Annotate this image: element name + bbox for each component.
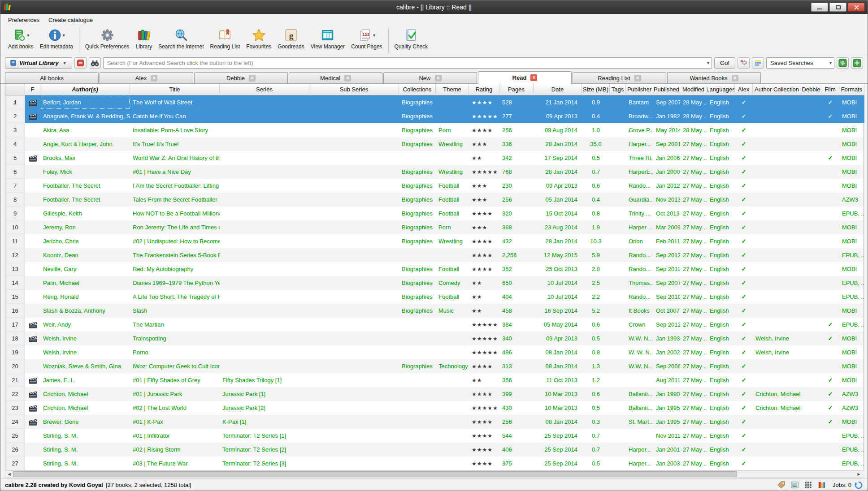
tab-close-icon[interactable]: × bbox=[732, 75, 738, 82]
cell-pages[interactable]: 277 bbox=[499, 109, 534, 123]
cell-languages[interactable]: English bbox=[707, 304, 735, 318]
cell-modified[interactable]: 27 May ... bbox=[680, 276, 707, 290]
cell-rating[interactable]: ★★★★ bbox=[469, 234, 499, 248]
cell-alex[interactable]: ✓ bbox=[735, 457, 753, 470]
cell-published[interactable]: Jan 1982 bbox=[653, 109, 680, 123]
cell-collections[interactable] bbox=[399, 373, 436, 387]
tab-close-icon[interactable]: × bbox=[249, 75, 256, 82]
cell-formats[interactable]: EPUB, ... bbox=[839, 318, 864, 332]
cell-modified[interactable]: 27 May ... bbox=[680, 290, 707, 304]
cell-languages[interactable]: English bbox=[707, 345, 735, 359]
cell-pages[interactable]: 432 bbox=[499, 234, 534, 248]
cell-film[interactable] bbox=[821, 443, 839, 457]
cell-film[interactable] bbox=[821, 220, 839, 234]
cell-sub-series[interactable] bbox=[309, 179, 399, 193]
cell-collections[interactable]: Biographies bbox=[399, 262, 436, 276]
cell-sub-series[interactable] bbox=[309, 443, 399, 457]
cell-film[interactable] bbox=[821, 234, 839, 248]
cell-sub-series[interactable] bbox=[309, 123, 399, 137]
cell-rating[interactable]: ★★★★ bbox=[469, 443, 499, 457]
book-row[interactable]: 13Neville, GaryRed: My AutobiographyBiog… bbox=[5, 262, 864, 276]
cell-tags[interactable] bbox=[610, 429, 626, 443]
cell-series[interactable]: Terminator: T2 Series [3] bbox=[220, 457, 309, 470]
cell-theme[interactable]: Music bbox=[436, 304, 469, 318]
cell-size[interactable]: 0.7 bbox=[582, 443, 610, 457]
cell-row-number[interactable]: 26 bbox=[5, 443, 25, 457]
cell-tags[interactable] bbox=[610, 443, 626, 457]
cell-row-number[interactable]: 22 bbox=[5, 387, 25, 401]
cell-languages[interactable]: English bbox=[707, 276, 735, 290]
cell-series[interactable] bbox=[220, 151, 309, 165]
cell-alex[interactable]: ✓ bbox=[735, 109, 753, 123]
tab-all-books[interactable]: All books bbox=[5, 72, 99, 83]
horizontal-scrollbar[interactable]: ◀ ▶ bbox=[5, 470, 863, 478]
cell-film[interactable] bbox=[821, 457, 839, 470]
cell-collections[interactable]: Biographies bbox=[399, 359, 436, 373]
cell-film[interactable] bbox=[821, 123, 839, 137]
cell-author-collection[interactable] bbox=[753, 276, 801, 290]
cell-theme[interactable]: Wrestling bbox=[436, 165, 469, 179]
cell-rating[interactable]: ★★★★ bbox=[469, 415, 499, 429]
clapperboard-icon[interactable] bbox=[25, 373, 40, 387]
cell-sub-series[interactable] bbox=[309, 276, 399, 290]
cell-debbie[interactable] bbox=[801, 220, 821, 234]
cell-author[interactable]: Gillespie, Keith bbox=[40, 207, 130, 220]
cell-row-number[interactable]: 9 bbox=[5, 207, 25, 220]
cell-pages[interactable]: 356 bbox=[499, 373, 534, 387]
cell-theme[interactable] bbox=[436, 443, 469, 457]
cell-author-collection[interactable] bbox=[753, 415, 801, 429]
cell-row-number[interactable]: 2 bbox=[5, 109, 25, 123]
cell-collections[interactable]: Biographies bbox=[399, 193, 436, 207]
cell-film-flag[interactable] bbox=[25, 207, 40, 220]
cell-date[interactable]: 28 Jan 2014 bbox=[534, 165, 582, 179]
book-row[interactable]: 19Welsh, IrvinePorno★★★★★49608 Jan 20140… bbox=[5, 345, 864, 359]
cell-series[interactable] bbox=[220, 137, 309, 151]
cell-alex[interactable]: ✓ bbox=[735, 123, 753, 137]
cell-author[interactable]: Foley, Mick bbox=[40, 165, 130, 179]
book-row[interactable]: 9Gillespie, KeithHow NOT to Be a Footbal… bbox=[5, 207, 864, 220]
cell-row-number[interactable]: 20 bbox=[5, 359, 25, 373]
cell-theme[interactable]: Wrestling bbox=[436, 234, 469, 248]
scrollbar-track[interactable] bbox=[13, 471, 855, 478]
cell-published[interactable]: Jan 2003 bbox=[653, 457, 680, 470]
cell-modified[interactable]: 27 May ... bbox=[680, 359, 707, 373]
cell-date[interactable]: 11 Oct 2013 bbox=[534, 373, 582, 387]
cell-film[interactable] bbox=[821, 179, 839, 193]
cell-theme[interactable] bbox=[436, 373, 469, 387]
cell-film[interactable] bbox=[821, 359, 839, 373]
cell-pages[interactable]: 340 bbox=[499, 332, 534, 345]
cell-modified[interactable]: 27 May ... bbox=[680, 318, 707, 332]
cell-publisher[interactable]: Crown bbox=[626, 318, 653, 332]
cell-formats[interactable]: EPUB, ... bbox=[839, 457, 864, 470]
save-search-button[interactable] bbox=[851, 57, 863, 69]
cell-film[interactable]: ✓ bbox=[821, 95, 839, 109]
cell-collections[interactable] bbox=[399, 401, 436, 415]
book-row[interactable]: 8Footballer, The SecretTales From the Se… bbox=[5, 193, 864, 207]
cell-author[interactable]: Jeremy, Ron bbox=[40, 220, 130, 234]
close-button[interactable] bbox=[848, 3, 865, 12]
cell-publisher[interactable]: Ballanti... bbox=[626, 387, 653, 401]
cell-debbie[interactable] bbox=[801, 179, 821, 193]
cell-row-number[interactable]: 1 bbox=[5, 95, 25, 109]
cell-modified[interactable]: 27 May ... bbox=[680, 415, 707, 429]
cell-author[interactable]: Jericho, Chris bbox=[40, 234, 130, 248]
cell-modified[interactable]: 27 May ... bbox=[680, 151, 707, 165]
cell-date[interactable]: 10 Jul 2014 bbox=[534, 276, 582, 290]
book-row[interactable]: 1Belfort, JordanThe Wolf of Wall StreetB… bbox=[5, 95, 864, 109]
cell-languages[interactable]: English bbox=[707, 137, 735, 151]
cell-languages[interactable]: English bbox=[707, 332, 735, 345]
cell-film[interactable] bbox=[821, 262, 839, 276]
cell-alex[interactable]: ✓ bbox=[735, 207, 753, 220]
cell-author-collection[interactable]: Welsh, Irvine bbox=[753, 345, 801, 359]
cell-row-number[interactable]: 14 bbox=[5, 276, 25, 290]
cell-date[interactable]: 16 Sep 2014 bbox=[534, 304, 582, 318]
cell-rating[interactable]: ★★ bbox=[469, 304, 499, 318]
cell-size[interactable]: 0.6 bbox=[582, 179, 610, 193]
cell-alex[interactable]: ✓ bbox=[735, 276, 753, 290]
cell-debbie[interactable] bbox=[801, 109, 821, 123]
cell-tags[interactable] bbox=[610, 151, 626, 165]
cell-collections[interactable]: Biographies bbox=[399, 109, 436, 123]
cell-title[interactable]: #01 | K-Pax bbox=[130, 415, 220, 429]
cell-formats[interactable]: MOBI bbox=[839, 304, 864, 318]
cell-modified[interactable]: 27 May ... bbox=[680, 248, 707, 262]
